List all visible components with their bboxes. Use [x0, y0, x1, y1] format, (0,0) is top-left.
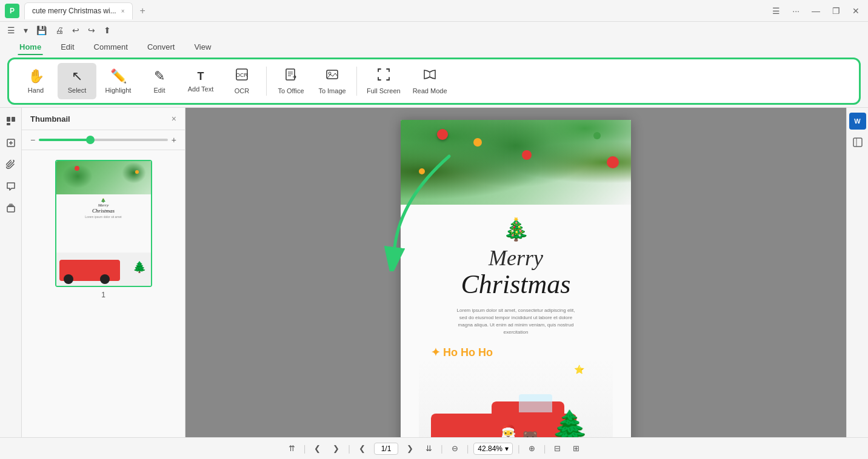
convert-to-word-button[interactable]: W — [849, 113, 866, 130]
fit-page-button[interactable]: ⊟ — [550, 443, 564, 454]
maximize-button[interactable]: ❐ — [829, 5, 844, 17]
window-controls: ☰ ··· — ❐ ✕ — [769, 5, 863, 17]
full-screen-tool-button[interactable]: Full Screen — [362, 63, 406, 99]
read-mode-tool-button[interactable]: Read Mode — [408, 63, 452, 99]
zoom-in-thumbnail-button[interactable]: + — [172, 135, 176, 145]
hand-icon: ✋ — [28, 68, 44, 84]
zoom-slider[interactable] — [39, 139, 168, 141]
add-page-icon[interactable] — [2, 134, 19, 151]
ornament-6 — [419, 168, 425, 174]
full-screen-icon — [377, 68, 390, 85]
pdf-viewer[interactable]: 🎄 Merry Christmas Lorem ipsum dolor sit … — [185, 108, 846, 437]
minimize-button[interactable]: — — [808, 5, 824, 17]
browser-tab[interactable]: cute merry Christmas wi... × — [24, 2, 133, 19]
card-christmas-text: Christmas — [461, 269, 571, 300]
last-page-button[interactable]: ⇊ — [422, 443, 436, 454]
star-icon: ⭐ — [574, 365, 584, 374]
zoom-level-text: 42.84% — [478, 444, 502, 453]
read-mode-icon — [423, 68, 436, 85]
hand-tool-button[interactable]: ✋ Hand — [16, 63, 55, 99]
to-image-tool-label: To Image — [318, 87, 346, 94]
prev-page-alt-button[interactable]: ❮ — [355, 443, 369, 454]
attachment-icon[interactable] — [2, 156, 19, 173]
properties-panel-button[interactable] — [849, 134, 866, 151]
ornament-5 — [607, 156, 619, 168]
dropdown-arrow-button[interactable]: ▾ — [21, 24, 30, 36]
separator-1: | — [304, 444, 306, 454]
highlight-tool-button[interactable]: ✏️ Highlight — [99, 63, 138, 99]
highlight-icon: ✏️ — [110, 68, 127, 84]
share-button[interactable]: ⬆ — [101, 24, 113, 36]
layers-icon[interactable] — [2, 200, 19, 217]
svg-rect-2 — [286, 69, 295, 80]
card-illustration: 🌲 ⭐ 🎅 🐻 — [419, 359, 613, 437]
tab-home[interactable]: Home — [10, 39, 51, 55]
to-office-tool-button[interactable]: To Office — [272, 63, 310, 99]
zoom-out-button[interactable]: ⊖ — [448, 443, 462, 454]
ornament-2 — [473, 138, 482, 147]
print-button[interactable]: 🖨 — [53, 24, 66, 36]
svg-rect-15 — [7, 206, 15, 212]
separator-2: | — [348, 444, 350, 454]
zoom-out-thumbnail-button[interactable]: − — [30, 135, 35, 145]
edit-tool-button[interactable]: ✎ Edit — [140, 63, 179, 99]
highlight-tool-label: Highlight — [105, 87, 132, 94]
quick-access-toolbar: ☰ ▾ 💾 🖨 ↩ ↪ ⬆ — [0, 22, 868, 39]
redo-button[interactable]: ↪ — [85, 24, 98, 36]
select-tool-label: Select — [68, 87, 87, 94]
page-thumbnail-icon[interactable] — [2, 113, 19, 130]
select-tool-button[interactable]: ↖ Select — [58, 63, 96, 99]
page-number-input[interactable] — [374, 443, 398, 455]
card-body: 🎄 Merry Christmas Lorem ipsum dolor sit … — [401, 205, 631, 437]
card-small-tree-icon: 🌲 — [551, 409, 589, 437]
menu-tabs: Home Edit Comment Convert View — [0, 39, 868, 55]
hamburger-menu-button[interactable]: ☰ — [769, 5, 784, 17]
tab-edit[interactable]: Edit — [51, 39, 84, 55]
next-page-alt-button[interactable]: ❯ — [403, 443, 417, 454]
sidebar-toggle-button[interactable]: ☰ — [5, 24, 18, 36]
to-image-icon — [326, 68, 339, 85]
thumbnail-page-number-1: 1 — [101, 291, 105, 299]
tab-convert[interactable]: Convert — [138, 39, 185, 55]
save-button[interactable]: 💾 — [34, 24, 49, 36]
hand-tool-label: Hand — [28, 87, 44, 94]
ocr-icon: OCR — [235, 68, 249, 85]
first-page-button[interactable]: ⇈ — [285, 443, 299, 454]
ribbon-separator-2 — [356, 67, 357, 96]
tab-comment[interactable]: Comment — [84, 39, 138, 55]
add-text-tool-label: Add Text — [188, 85, 214, 93]
ornament-1 — [437, 129, 448, 140]
ornament-4 — [593, 132, 601, 139]
overflow-menu-button[interactable]: ··· — [789, 5, 803, 17]
thumbnail-item-1: 🎄 Merry Christmas Lorem ipsum dolor sit … — [55, 160, 152, 299]
next-page-button[interactable]: ❯ — [329, 443, 343, 454]
pdf-page: 🎄 Merry Christmas Lorem ipsum dolor sit … — [401, 120, 631, 437]
thumbnail-image-1[interactable]: 🎄 Merry Christmas Lorem ipsum dolor sit … — [55, 160, 152, 287]
svg-rect-19 — [853, 138, 862, 147]
add-text-icon: T — [198, 70, 204, 83]
undo-button[interactable]: ↩ — [70, 24, 82, 36]
ocr-tool-button[interactable]: OCR OCR — [222, 63, 261, 99]
previous-page-button[interactable]: ❮ — [310, 443, 324, 454]
fit-width-button[interactable]: ⊞ — [569, 443, 583, 454]
titlebar: P cute merry Christmas wi... × + ☰ ··· —… — [0, 0, 868, 22]
card-merry-text: Merry — [489, 247, 543, 269]
zoom-thumb — [86, 136, 95, 144]
thumbnail-close-button[interactable]: × — [172, 114, 176, 124]
add-text-tool-button[interactable]: T Add Text — [181, 63, 220, 99]
tab-close-button[interactable]: × — [121, 8, 125, 15]
zoom-level-selector[interactable]: 42.84% ▾ — [473, 443, 513, 455]
to-image-tool-button[interactable]: To Image — [313, 63, 352, 99]
panel-icon — [853, 137, 863, 147]
close-button[interactable]: ✕ — [849, 5, 863, 17]
tab-title: cute merry Christmas wi... — [32, 7, 116, 15]
new-tab-button[interactable]: + — [135, 5, 150, 16]
app-logo: P — [5, 4, 19, 18]
comment-icon[interactable] — [2, 178, 19, 195]
bear-character: 🐻 — [522, 431, 538, 437]
tab-view[interactable]: View — [184, 39, 221, 55]
right-sidebar: W — [846, 108, 868, 437]
svg-text:OCR: OCR — [236, 72, 249, 78]
zoom-in-button[interactable]: ⊕ — [525, 443, 539, 454]
thumbnail-list: 🎄 Merry Christmas Lorem ipsum dolor sit … — [22, 150, 185, 437]
